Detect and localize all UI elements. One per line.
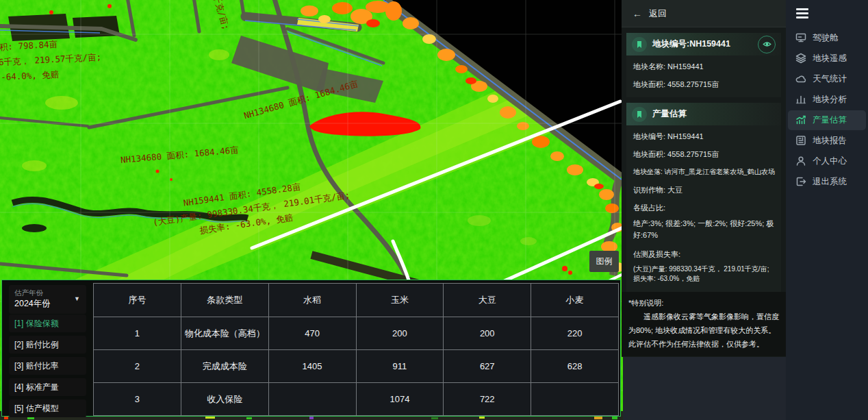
logout-icon — [795, 176, 806, 187]
nav-list: 驾驶舱 地块遥感 天气统计 地块分析 — [786, 28, 868, 192]
table-header: 大豆 — [444, 284, 531, 317]
table-cell: 470 — [269, 317, 356, 349]
table-cell: 收入保险 — [181, 383, 268, 415]
report-icon — [795, 135, 806, 146]
nav-item-weather-stats[interactable]: 天气统计 — [788, 69, 866, 89]
person-icon — [795, 156, 806, 166]
table-header: 小麦 — [531, 284, 618, 317]
menu-icon[interactable] — [796, 8, 808, 18]
nav-item-label: 个人中心 — [813, 156, 847, 167]
plot-card: 地块编号:NH159441 地块名称: NH159441 地块面积: 4558.… — [626, 33, 781, 97]
yield-card-body: 地块编号: NH159441 地块面积: 4558.275715亩 地块坐落: … — [626, 125, 781, 292]
plot-name-row: 地块名称: NH159441 — [633, 62, 774, 71]
yield-loss-row: 损失率: -63.0%，免赔 — [633, 274, 774, 284]
menu-item-payout-proportion[interactable]: [2] 赔付比例 — [9, 336, 86, 354]
eye-toggle-button[interactable] — [758, 36, 776, 53]
bookmark-icon — [632, 37, 647, 52]
table-cell: 200 — [357, 317, 444, 349]
app-root: 积: 798.84亩 6千克， 219.57千克/亩; -64.0%, 免赔 N… — [0, 0, 868, 420]
table-header: 序号 — [94, 284, 181, 317]
nav-item-label: 天气统计 — [813, 73, 847, 85]
bar-chart-icon — [795, 94, 806, 105]
dashboard-icon — [795, 32, 806, 43]
yield-grade-values: 绝产:3%; 很差:3%; 一般:2%; 很好:25%; 极好:67% — [633, 218, 774, 241]
yield-output-row: (大豆)产量: 998330.34千克， 219.01千克/亩; — [633, 264, 774, 274]
plot-card-title: 地块编号:NH159441 — [652, 38, 730, 50]
table-cell: 3 — [94, 383, 181, 415]
nav-item-label: 退出系统 — [813, 176, 847, 188]
nav-item-personal-center[interactable]: 个人中心 — [788, 151, 866, 171]
table-cell: 220 — [531, 317, 618, 349]
table-cell: 200 — [444, 317, 531, 349]
year-select-dropdown[interactable]: 估产年份 2024年份 ▼ — [9, 285, 86, 314]
main-nav: 驾驶舱 地块遥感 天气统计 地块分析 — [786, 0, 868, 420]
table-cell: 628 — [531, 350, 618, 382]
nav-item-plot-analysis[interactable]: 地块分析 — [788, 90, 866, 110]
trend-chart-icon — [795, 114, 806, 125]
yield-plot-id: 地块编号: NH159441 — [633, 132, 774, 141]
table-cell: 物化成本险（高档） — [181, 317, 268, 349]
back-arrow-icon: ← — [633, 8, 642, 19]
nav-item-cockpit[interactable]: 驾驶舱 — [788, 28, 866, 48]
nav-item-label: 地块遥感 — [813, 53, 847, 64]
yield-grade-title: 各级占比: — [633, 203, 774, 212]
table-cell: 722 — [444, 383, 531, 415]
special-note-body: 遥感影像收云雾等气象影像影响，置信度为80%; 地块收成情况和管理有较大的关系。… — [628, 310, 779, 351]
nav-item-label: 地块分析 — [813, 94, 847, 106]
table-cell: 2 — [94, 350, 181, 382]
table-header: 条款类型 — [181, 284, 268, 317]
menu-item-payout-ratio[interactable]: [3] 赔付比率 — [9, 357, 86, 375]
menu-item-insured-amount[interactable]: [1] 保险保额 — [9, 314, 86, 332]
table-header: 水稻 — [269, 284, 356, 317]
nav-item-plot-remote-sensing[interactable]: 地块遥感 — [788, 49, 866, 69]
menu-item-standard-yield[interactable]: [4] 标准产量 — [9, 378, 86, 396]
year-select-label: 估产年份 — [14, 288, 81, 298]
nav-item-label: 驾驶舱 — [813, 32, 839, 44]
bookmark-icon — [632, 107, 647, 122]
year-select-value: 2024年份 — [14, 298, 81, 310]
yield-crop: 识别作物: 大豆 — [633, 185, 774, 195]
menu-item-yield-model[interactable]: [5] 估产模型 — [9, 399, 86, 417]
chevron-down-icon: ▼ — [74, 295, 80, 302]
table-cell — [269, 383, 356, 415]
layers-icon — [795, 53, 806, 64]
plot-area-row: 地块面积: 4558.275715亩 — [633, 79, 774, 89]
nav-item-yield-estimation[interactable]: 产量估算 — [788, 110, 866, 130]
cloud-icon — [795, 73, 806, 84]
table-cell: 完成成本险 — [181, 350, 268, 382]
special-note: *特别说明: 遥感影像收云雾等气象影像影响，置信度为80%; 地块收成情况和管理… — [622, 292, 786, 356]
table-cell — [531, 383, 618, 415]
nav-item-logout[interactable]: 退出系统 — [788, 172, 866, 192]
legend-button[interactable]: 图例 — [589, 251, 619, 272]
back-label: 返回 — [649, 8, 667, 20]
table-cell: 627 — [444, 350, 531, 382]
back-button[interactable]: ← 返回 — [622, 0, 786, 27]
plot-info-panel: ← 返回 地块编号:NH159441 地块名称: NH159441 地块面积: … — [622, 0, 786, 357]
table-header: 玉米 — [357, 284, 444, 317]
yield-card-header: 产量估算 — [626, 103, 781, 125]
plot-card-header: 地块编号:NH159441 — [626, 33, 781, 55]
table-cell: 1074 — [357, 383, 444, 415]
yield-card: 产量估算 地块编号: NH159441 地块面积: 4558.275715亩 地… — [626, 103, 781, 292]
table-cell: 1405 — [269, 350, 356, 382]
insurance-table: 序号 条款类型 水稻 玉米 大豆 小麦 1 物化成本险（高档） 470 200 … — [93, 283, 619, 416]
nav-item-plot-report[interactable]: 地块报告 — [788, 131, 866, 151]
insurance-panel: 估产年份 2024年份 ▼ [1] 保险保额 [2] 赔付比例 [3] 赔付比率… — [1, 280, 621, 417]
nav-item-label: 地块报告 — [813, 135, 847, 147]
nav-item-label: 产量估算 — [813, 114, 847, 126]
special-note-title: *特别说明: — [628, 296, 779, 310]
plot-card-body: 地块名称: NH159441 地块面积: 4558.275715亩 — [626, 55, 781, 97]
yield-plot-location: 地块坐落: 讷河市_黑龙江省老莱农场_鹤山农场 — [633, 167, 774, 177]
yield-plot-area: 地块面积: 4558.275715亩 — [633, 149, 774, 159]
table-cell: 1 — [94, 317, 181, 349]
table-cell: 911 — [357, 350, 444, 382]
yield-loss-title: 估测及损失率: — [633, 249, 774, 259]
yield-card-title: 产量估算 — [652, 108, 687, 120]
